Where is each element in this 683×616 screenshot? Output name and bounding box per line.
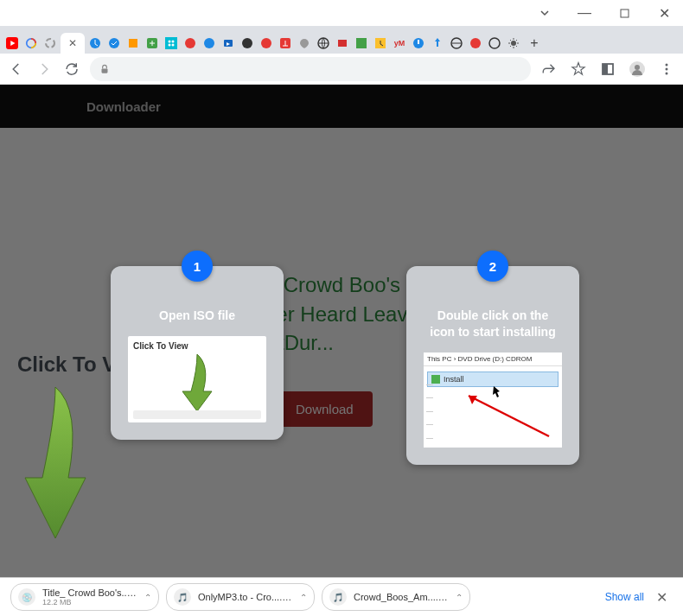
step-badge-1: 1 [182, 251, 213, 282]
step-thumb-2: This PC › DVD Drive (D:) CDROM Install [424, 352, 562, 448]
tab-13[interactable] [239, 33, 256, 54]
tab-strip: ✕ yM + [0, 26, 683, 54]
step-title-1: Open ISO file [128, 308, 266, 324]
tab-11[interactable] [201, 33, 218, 54]
window-close[interactable]: ✕ [652, 3, 676, 22]
tab-12[interactable] [220, 33, 237, 54]
tab-22[interactable] [410, 33, 427, 54]
svg-point-26 [489, 38, 500, 48]
tab-16[interactable] [296, 33, 313, 54]
step-badge-2: 2 [477, 251, 508, 282]
tab-21[interactable]: yM [391, 33, 408, 54]
svg-point-11 [169, 44, 171, 47]
svg-point-25 [470, 38, 481, 48]
step-card-2: 2 Double click on the icon to start inst… [406, 266, 579, 465]
svg-rect-21 [356, 38, 367, 48]
step-thumb-1: Click To View [128, 336, 266, 422]
svg-point-33 [666, 63, 668, 66]
svg-point-10 [172, 41, 175, 43]
menu-icon[interactable] [657, 60, 676, 79]
tab-15[interactable] [277, 33, 294, 54]
step-card-1: 1 Open ISO file Click To View [111, 266, 284, 440]
svg-point-12 [172, 44, 175, 47]
svg-rect-28 [102, 68, 108, 73]
lock-icon [99, 63, 111, 75]
bookmark-icon[interactable] [569, 60, 588, 79]
svg-point-27 [511, 41, 516, 46]
svg-point-3 [46, 39, 54, 48]
svg-point-17 [261, 38, 271, 48]
downloads-close-icon[interactable]: ✕ [651, 589, 673, 606]
new-tab-button[interactable]: + [524, 33, 545, 54]
tab-14[interactable] [258, 33, 275, 54]
file-icon: 🎵 [174, 588, 191, 606]
window-minimize[interactable]: — [572, 3, 597, 22]
download-item-2[interactable]: 🎵 OnlyMP3.to - Cro....mp3 ⌃ [166, 583, 315, 611]
forward-button[interactable] [35, 60, 54, 79]
tab-6[interactable] [105, 33, 123, 54]
file-icon: 🎵 [329, 588, 347, 606]
tab-youtube[interactable] [3, 33, 21, 54]
tab-10[interactable] [182, 33, 199, 54]
svg-rect-8 [165, 37, 177, 49]
tab-active[interactable]: ✕ [61, 33, 85, 54]
share-icon[interactable] [539, 60, 559, 79]
window-maximize[interactable] [612, 3, 636, 22]
svg-point-35 [666, 72, 668, 74]
overlay-dim [0, 85, 683, 577]
download-item-1[interactable]: 💿 Title_ Crowd Boo's....iso 12.2 MB ⌃ [10, 583, 159, 611]
tab-19[interactable] [353, 33, 370, 54]
tab-23[interactable] [429, 33, 446, 54]
svg-point-14 [204, 38, 214, 48]
svg-point-13 [185, 38, 195, 48]
tab-8[interactable] [144, 33, 161, 54]
svg-point-5 [109, 38, 119, 48]
show-all-button[interactable]: Show all [605, 591, 644, 603]
tab-7[interactable] [124, 33, 142, 54]
chevron-up-icon[interactable]: ⌃ [456, 593, 463, 602]
svg-point-32 [635, 65, 640, 70]
url-input[interactable] [90, 57, 531, 81]
download-item-3[interactable]: 🎵 Crowd_Boos_Am....mp3 ⌃ [322, 583, 470, 611]
step-title-2: Double click on the icon to start instal… [424, 308, 562, 340]
svg-line-37 [469, 396, 549, 436]
tab-24[interactable] [448, 33, 465, 54]
chevron-up-icon[interactable]: ⌃ [144, 593, 151, 602]
window-dropdown[interactable] [533, 3, 557, 22]
tab-google[interactable] [22, 33, 40, 54]
address-bar [0, 54, 683, 85]
svg-rect-0 [621, 10, 629, 17]
svg-rect-20 [338, 40, 347, 47]
downloads-bar: 💿 Title_ Crowd Boo's....iso 12.2 MB ⌃ 🎵 … [0, 577, 683, 616]
tab-20[interactable] [372, 33, 389, 54]
tab-18[interactable] [334, 33, 351, 54]
tab-26[interactable] [486, 33, 503, 54]
svg-point-16 [242, 38, 252, 48]
svg-rect-30 [603, 64, 608, 74]
file-icon: 💿 [18, 588, 35, 606]
profile-icon[interactable] [628, 60, 647, 79]
extensions-icon[interactable] [598, 60, 617, 79]
svg-rect-6 [129, 39, 137, 48]
tab-27[interactable] [505, 33, 522, 54]
tab-17[interactable] [315, 33, 332, 54]
back-button[interactable] [7, 60, 26, 79]
tab-5[interactable] [86, 33, 104, 54]
tab-loading[interactable] [41, 33, 59, 54]
reload-button[interactable] [62, 60, 81, 79]
svg-point-34 [666, 67, 668, 70]
tab-9[interactable] [163, 33, 180, 54]
chevron-up-icon[interactable]: ⌃ [300, 593, 307, 602]
svg-point-9 [169, 41, 171, 43]
tab-25[interactable] [467, 33, 484, 54]
big-arrow-icon [21, 383, 99, 547]
